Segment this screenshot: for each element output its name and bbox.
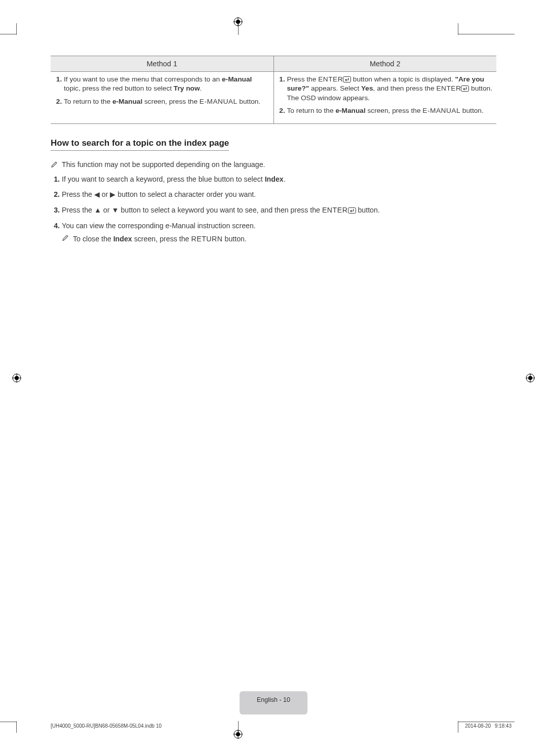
crop-mark — [0, 722, 16, 722]
text: button. — [460, 107, 484, 114]
button-label: E-MANUAL — [200, 98, 238, 105]
list-item: Press the ▲ or ▼ button to select a keyw… — [62, 205, 496, 216]
text: or — [101, 206, 112, 214]
text: . — [200, 85, 202, 92]
triangle-right-icon: ▶ — [110, 190, 115, 198]
text: screen, press the — [142, 98, 200, 105]
note-icon — [62, 234, 69, 244]
svg-rect-16 — [343, 77, 351, 82]
registration-mark-icon — [526, 373, 535, 383]
text: screen, press the — [366, 107, 423, 114]
button-label: E-MANUAL — [422, 107, 460, 114]
registration-mark-icon — [233, 17, 243, 26]
text: Press the — [62, 190, 94, 198]
triangle-left-icon: ◀ — [94, 190, 100, 198]
footer-meta-left: [UH4000_5000-RU]BN68-05658M-05L04.indb 1… — [51, 723, 162, 729]
text: button to select a character order you w… — [115, 190, 256, 198]
text: button. — [238, 98, 261, 105]
method1-cell: If you want to use the menu that corresp… — [51, 72, 274, 124]
crop-mark — [458, 722, 515, 722]
note-icon — [51, 161, 58, 171]
button-label: RETURN — [191, 235, 222, 243]
registration-mark-icon — [12, 373, 21, 383]
list-item: If you want to use the menu that corresp… — [64, 75, 269, 94]
table-row: If you want to use the menu that corresp… — [51, 72, 496, 124]
text-bold: e-Manual — [222, 75, 252, 83]
text: button. — [356, 206, 380, 214]
text: , and then press the — [373, 85, 437, 92]
enter-icon — [461, 86, 469, 92]
sub-note-text: To close the Index screen, press the RET… — [73, 234, 247, 244]
triangle-up-icon: ▲ — [94, 206, 101, 214]
crop-mark — [458, 34, 515, 34]
note: This function may not be supported depen… — [51, 160, 496, 171]
crop-mark — [16, 721, 17, 733]
table-header-method2: Method 2 — [274, 56, 496, 72]
text: button when a topic is displayed. — [351, 75, 455, 83]
page-number-label: English - 10 — [257, 696, 290, 703]
methods-table: Method 1 Method 2 If you want to use the… — [51, 56, 496, 124]
button-label: ENTER — [318, 75, 343, 83]
crop-mark — [458, 721, 458, 733]
enter-icon — [343, 76, 351, 82]
page-number-pill: English - 10 — [240, 691, 307, 715]
note-text: This function may not be supported depen… — [62, 160, 265, 171]
page-content: Method 1 Method 2 If you want to use the… — [51, 56, 496, 710]
crop-mark — [0, 34, 16, 34]
svg-rect-17 — [461, 86, 469, 92]
text: or — [100, 190, 110, 198]
text: To return to the — [287, 107, 336, 114]
text: screen, press the — [132, 235, 191, 243]
svg-rect-18 — [348, 208, 356, 214]
triangle-down-icon: ▼ — [111, 206, 119, 214]
text-bold: Index — [113, 235, 132, 243]
text-bold: e-Manual — [335, 107, 365, 114]
list-item: To return to the e-Manual screen, press … — [287, 106, 493, 115]
text: Press the — [287, 75, 319, 83]
text: If you want to search a keyword, press t… — [62, 175, 265, 183]
list-item: If you want to search a keyword, press t… — [62, 174, 496, 185]
crop-mark — [458, 23, 458, 35]
list-item: To return to the e-Manual screen, press … — [64, 97, 269, 106]
text: You can view the corresponding e-Manual … — [62, 222, 256, 230]
text: If you want to use the menu that corresp… — [64, 75, 222, 83]
button-label: ENTER — [322, 206, 348, 214]
table-header-method1: Method 1 — [51, 56, 274, 72]
text-bold: Try now — [174, 85, 200, 92]
text: Press the — [62, 206, 94, 214]
registration-mark-icon — [233, 730, 243, 739]
text: . — [284, 175, 286, 183]
button-label: ENTER — [436, 85, 461, 92]
text: button. — [223, 235, 247, 243]
text: topic, press the red button to select — [64, 85, 174, 92]
crop-mark — [16, 23, 17, 35]
text-bold: e-Manual — [112, 98, 142, 105]
sub-note: To close the Index screen, press the RET… — [62, 234, 496, 244]
text: To return to the — [64, 98, 112, 105]
text-bold: Yes — [361, 85, 373, 92]
list-item: Press the ◀ or ▶ button to select a char… — [62, 189, 496, 200]
enter-icon — [348, 207, 356, 214]
text: To close the — [73, 235, 113, 243]
list-item: You can view the corresponding e-Manual … — [62, 221, 496, 244]
list-item: Press the ENTER button when a topic is d… — [287, 75, 493, 103]
section-title: How to search for a topic on the index p… — [51, 138, 229, 151]
text: button to select a keyword you want to s… — [119, 206, 322, 214]
footer-meta-right: 2014-08-20 9:18:43 — [465, 723, 512, 729]
method2-cell: Press the ENTER button when a topic is d… — [274, 72, 496, 124]
steps-list: If you want to search a keyword, press t… — [51, 174, 496, 244]
text-bold: Index — [265, 175, 284, 183]
text: appears. Select — [309, 85, 361, 92]
